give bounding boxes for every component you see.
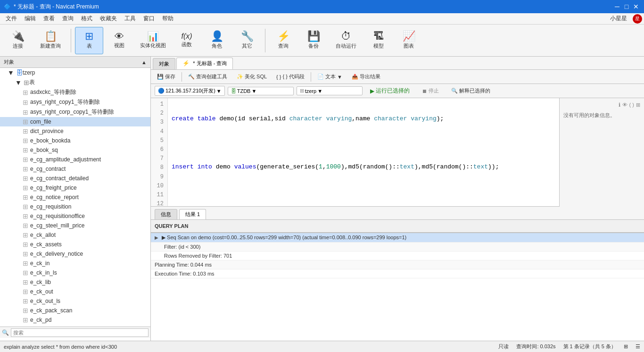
tree-label-tzerp: tzerp: [23, 69, 35, 76]
minimize-button[interactable]: ─: [613, 2, 621, 11]
toolbar-backup[interactable]: 💾 备份: [299, 27, 328, 54]
tree-item-table-group[interactable]: ▼ ⊞ 表: [0, 77, 150, 87]
tree-item-asys-right-copy1[interactable]: ⊞ asys_right_copy1_等待删除: [0, 97, 150, 107]
tree-label-e-ck-delivery: e_ck_delivery_notice: [30, 251, 83, 257]
text-button[interactable]: 📄 文本 ▼: [313, 71, 347, 82]
tree-item-e-cg-amplitude[interactable]: ⊞ e_cg_amplitude_adjustment: [0, 155, 150, 164]
menu-format[interactable]: 格式: [77, 14, 96, 24]
tab-object[interactable]: 对象: [153, 58, 175, 69]
toolbar-connect[interactable]: 🔌 连接: [4, 27, 32, 54]
tree-item-com-file[interactable]: ⊞ com_file: [0, 117, 150, 126]
toolbar-query[interactable]: ⚡ 查询: [269, 27, 297, 54]
tree-item-dict-province[interactable]: ⊞ dict_province: [0, 126, 150, 136]
toolbar-new-query[interactable]: 📋 新建查询: [34, 27, 67, 54]
sql-line-1: create table demo(id serial,sid characte…: [172, 114, 555, 124]
close-button[interactable]: ✕: [632, 2, 640, 11]
menu-view[interactable]: 查看: [40, 14, 58, 24]
status-right: 只读 查询时间: 0.032s 第 1 条记录（共 5 条） ⊞ ☰: [498, 343, 640, 350]
tree-item-e-cg-contract-detailed[interactable]: ⊞ e_cg_contract_detailed: [0, 174, 150, 183]
tree-item-e-ck-pack-scan[interactable]: ⊞ e_ck_pack_scan: [0, 306, 150, 315]
run-button[interactable]: ▶ 运行已选择的: [365, 85, 414, 96]
toolbar-table[interactable]: ⊞ 表: [75, 27, 103, 54]
menu-window[interactable]: 窗口: [140, 14, 158, 24]
grid-view-icon[interactable]: ⊞: [624, 344, 628, 350]
tree-item-asdxckc[interactable]: ⊞ asdxckc_等待删除: [0, 87, 150, 97]
function-label: 函数: [182, 41, 192, 48]
menu-help[interactable]: 帮助: [158, 14, 177, 24]
tree-item-e-cg-freight[interactable]: ⊞ e_cg_freight_price: [0, 183, 150, 193]
result-row-3[interactable]: Rows Removed by Filter: 701: [151, 251, 644, 260]
toolbar-chart[interactable]: 📈 图表: [395, 27, 423, 54]
tree-item-e-ck-out[interactable]: ⊞ e_ck_out: [0, 287, 150, 296]
status-query-time: 查询时间: 0.032s: [516, 343, 555, 350]
beautify-sql-button[interactable]: ✨ 美化 SQL: [232, 71, 271, 82]
result-tab-1[interactable]: 结果 1: [179, 209, 206, 219]
tree-item-e-ck-out-ls[interactable]: ⊞ e_ck_out_ls: [0, 296, 150, 306]
expand-icon-1[interactable]: ▶: [155, 235, 158, 240]
save-button[interactable]: 💾 保存: [153, 71, 180, 82]
query-toolbar: 💾 保存 🔨 查询创建工具 ✨ 美化 SQL { } { } 代码段 📄 文本 …: [151, 70, 644, 84]
menu-file[interactable]: 文件: [2, 14, 21, 24]
toolbar-function[interactable]: f(x) 函数: [173, 27, 201, 54]
tab-query[interactable]: ⚡ * 无标题 - 查询: [176, 58, 233, 69]
table-icon-asys-right-corp: ⊞: [23, 109, 28, 116]
toolbar-mat-view[interactable]: 📊 实体化视图: [135, 27, 171, 54]
tree-item-e-ck-in[interactable]: ⊞ e_ck_in: [0, 259, 150, 268]
create-tool-button[interactable]: 🔨 查询创建工具: [184, 71, 231, 82]
result-row-5[interactable]: Execution Time: 0.103 ms: [151, 269, 644, 278]
sql-editor[interactable]: 12345 678910 111213 create table demo(id…: [151, 98, 559, 207]
list-view-icon[interactable]: ☰: [636, 344, 640, 350]
result-row-2[interactable]: Filter: (id < 300): [151, 243, 644, 251]
tree-item-asys-right-corp[interactable]: ⊞ asys_right_corp_copy1_等待删除: [0, 107, 150, 117]
db2-select[interactable]: ⊞ tzerp ▼: [297, 86, 363, 95]
explain-button[interactable]: 🔍 解释已选择的: [446, 86, 495, 96]
info-icon[interactable]: ℹ: [619, 102, 620, 108]
result-header: QUERY PLAN: [151, 220, 644, 233]
result-table[interactable]: QUERY PLAN ▶ ▶ Seq Scan on demo (cost=0.…: [151, 220, 644, 341]
export-results-button[interactable]: 📤 导出结果: [347, 71, 385, 82]
tree-item-e-cg-requisition[interactable]: ⊞ e_cg_requisition: [0, 202, 150, 211]
tree-item-e-ck-delivery[interactable]: ⊞ e_ck_delivery_notice: [0, 249, 150, 259]
bracket-icon[interactable]: ( ): [629, 102, 634, 108]
sql-content[interactable]: create table demo(id serial,sid characte…: [168, 98, 559, 207]
role-label: 角色: [212, 42, 222, 50]
toolbar-model[interactable]: 🏗 模型: [364, 27, 393, 54]
menu-query[interactable]: 查询: [58, 14, 77, 24]
tree-label-e-book-bookda: e_book_bookda: [30, 137, 70, 144]
tree-item-e-cg-contract[interactable]: ⊞ e_cg_contract: [0, 164, 150, 174]
info-panel-icons: ℹ 👁 ( ) ⊞: [563, 102, 640, 108]
stop-button[interactable]: ⏹ 停止: [417, 86, 444, 96]
tree-item-e-cg-steel[interactable]: ⊞ e_cg_steel_mill_price: [0, 221, 150, 230]
tree-item-tzerp[interactable]: ▼ 🗄 tzerp: [0, 68, 150, 77]
run-icon: ▶: [370, 88, 374, 94]
server-select[interactable]: 🔵 121.36.157.210(开发) ▼: [155, 86, 225, 96]
toolbar-other[interactable]: 🔧 其它: [233, 27, 261, 54]
tree-item-e-ck-assets[interactable]: ⊞ e_ck_assets: [0, 240, 150, 249]
toolbar-auto-run[interactable]: ⏱ 自动运行: [330, 27, 363, 54]
tree-item-e-ck-allot[interactable]: ⊞ e_ck_allot: [0, 230, 150, 240]
result-row-1[interactable]: ▶ ▶ Seq Scan on demo (cost=0.00..25.50 r…: [151, 233, 644, 243]
search-input[interactable]: [11, 328, 149, 337]
sql-line-3: insert into demo values(generate_series(…: [172, 162, 555, 172]
tree-item-e-book-sq[interactable]: ⊞ e_book_sq: [0, 145, 150, 155]
tree-item-e-cg-notice[interactable]: ⊞ e_cg_notice_report: [0, 193, 150, 202]
grid-icon[interactable]: ⊞: [636, 102, 640, 108]
tree-item-e-ck-pd[interactable]: ⊞ e_ck_pd: [0, 315, 150, 325]
tree-item-e-cg-requisitionoffice[interactable]: ⊞ e_cg_requisitionoffice: [0, 211, 150, 221]
menu-edit[interactable]: 编辑: [21, 14, 40, 24]
sidebar-scroll-up[interactable]: ▲: [141, 59, 147, 65]
menu-tools[interactable]: 工具: [121, 14, 140, 24]
tree-item-e-ck-lib[interactable]: ⊞ e_ck_lib: [0, 277, 150, 287]
maximize-button[interactable]: □: [622, 2, 631, 11]
result-tab-info[interactable]: 信息: [155, 209, 177, 219]
db1-select[interactable]: 🗄 TZDB ▼: [228, 87, 294, 95]
menu-favorites[interactable]: 收藏夹: [96, 14, 121, 24]
tree-item-e-book-bookda[interactable]: ⊞ e_book_bookda: [0, 136, 150, 145]
result-row-4[interactable]: Planning Time: 0.044 ms: [151, 260, 644, 269]
window-title: * 无标题 - 查询 - Navicat Premium: [14, 3, 99, 11]
toolbar-view[interactable]: 👁 视图: [105, 27, 133, 54]
eye-icon[interactable]: 👁: [622, 102, 627, 108]
toolbar-role[interactable]: 👤 角色: [203, 27, 231, 54]
code-snippet-button[interactable]: { } { } 代码段: [272, 71, 309, 82]
tree-item-e-ck-in-ls[interactable]: ⊞ e_ck_in_ls: [0, 268, 150, 277]
